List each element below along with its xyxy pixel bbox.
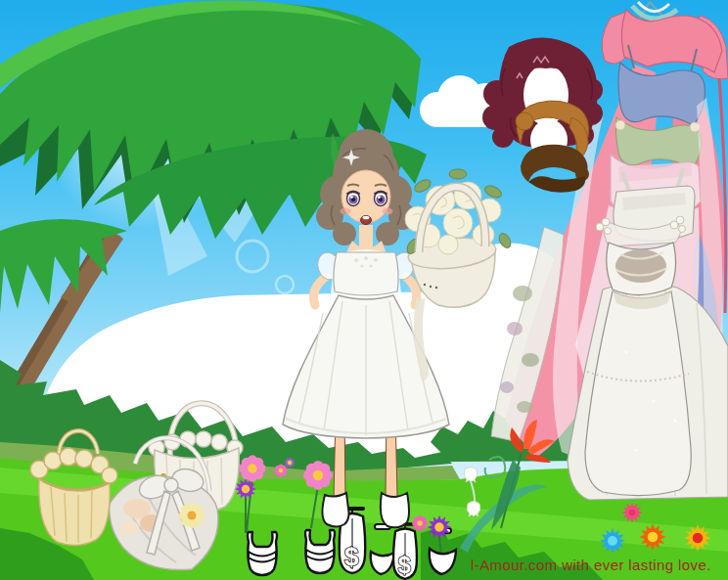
lens-flare — [237, 241, 294, 293]
flower-bell — [467, 502, 479, 517]
hair-option-dark-brown[interactable] — [521, 145, 589, 193]
dress-option-green[interactable] — [615, 117, 702, 168]
dollar-tag: $ — [398, 553, 411, 578]
doll-neck — [359, 225, 373, 248]
shoe-option-dollar-2[interactable]: $ — [393, 524, 417, 579]
flower-bell — [464, 468, 477, 483]
game-stage: $ $ — [0, 0, 728, 580]
watermark-text: l-Amour.com with ever lasting love. — [471, 557, 711, 573]
dollar-tag: $ — [344, 542, 359, 571]
